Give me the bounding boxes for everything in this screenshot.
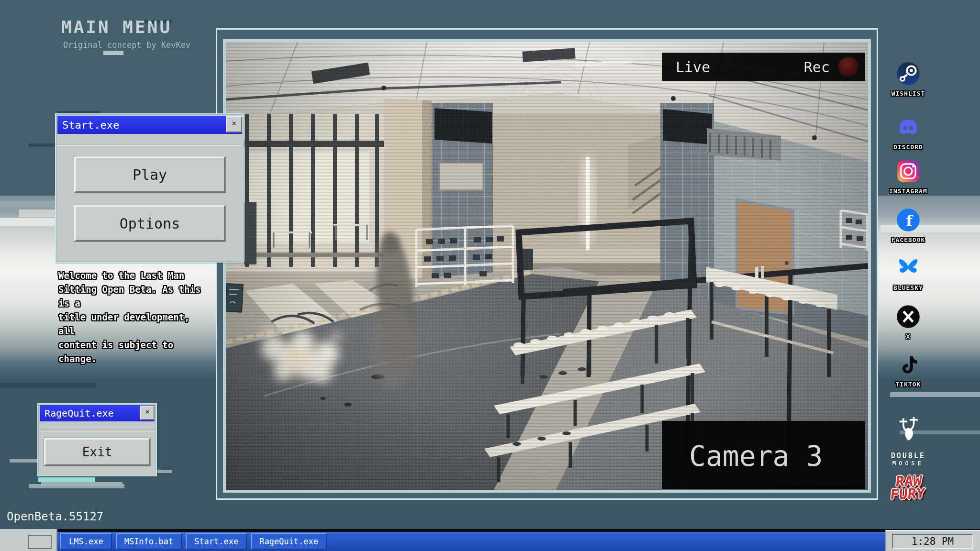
taskbar-clock-tray: 1:28 PM xyxy=(885,530,980,551)
sidebar-item-label: X xyxy=(883,333,933,340)
welcome-text: Welcome to the Last Man Sitting Open Bet… xyxy=(58,269,212,366)
cloud-pixel xyxy=(0,383,96,388)
taskbar-item-msinfo[interactable]: MSInfo.bat xyxy=(116,533,182,550)
facebook-icon: f xyxy=(896,208,921,232)
desktop: MAIN MENU Original concept by KevKev xyxy=(0,0,980,551)
window-shadow-strip xyxy=(41,482,122,486)
sidebar-item-discord[interactable]: DISCORD xyxy=(883,115,933,151)
welcome-line: content is subject to change. xyxy=(58,338,212,366)
sidebar-item-steam-wishlist[interactable]: WISHLIST xyxy=(883,61,933,97)
sidebar-item-label: INSTAGRAM xyxy=(883,187,933,195)
publisher-double-moose[interactable]: DOUBLE MOOSE xyxy=(883,417,933,467)
start-window: Start.exe × Play Options xyxy=(55,113,245,263)
sidebar-item-label: TIKTOK xyxy=(883,381,933,388)
ragequit-window-close-icon[interactable]: × xyxy=(140,406,155,420)
svg-text:f: f xyxy=(906,211,913,230)
rec-label: Rec xyxy=(804,59,830,76)
sidebar-item-label: BLUESKY xyxy=(883,284,933,291)
start-window-close-icon[interactable]: × xyxy=(226,116,242,132)
sidebar-item-tiktok[interactable]: TIKTOK xyxy=(883,352,933,388)
sidebar-item-label: DISCORD xyxy=(883,143,933,151)
exit-button[interactable]: Exit xyxy=(44,438,150,466)
taskbar-item-ragequit[interactable]: RageQuit.exe xyxy=(251,533,327,550)
social-sidebar: WISHLIST DISCORD xyxy=(883,0,933,551)
page-subtitle: Original concept by KevKev xyxy=(63,40,190,50)
double-moose-label-2: MOOSE xyxy=(883,460,933,467)
live-label: Live xyxy=(676,59,710,76)
sidebar-item-label: FACEBOOK xyxy=(883,236,933,243)
double-moose-label-1: DOUBLE xyxy=(883,452,933,460)
steam-icon xyxy=(896,61,921,86)
build-version-label: OpenBeta.55127 xyxy=(7,510,103,523)
welcome-line: title under development, all xyxy=(58,310,212,338)
camera-name-label: Camera 3 xyxy=(662,421,865,489)
taskbar-items: LMS.exe MSInfo.bat Start.exe RageQuit.ex… xyxy=(60,533,327,550)
rec-indicator-icon xyxy=(838,57,858,77)
start-window-title: Start.exe xyxy=(62,119,119,131)
decorative-strip xyxy=(103,51,123,55)
x-icon xyxy=(896,304,921,329)
taskbar-start-slot[interactable] xyxy=(28,535,52,549)
publisher-raw-fury[interactable]: RAW FURY xyxy=(885,474,931,501)
options-button[interactable]: Options xyxy=(74,205,225,242)
camera-video-feed: Live Rec Camera 3 xyxy=(226,42,868,490)
sidebar-item-facebook[interactable]: f FACEBOOK xyxy=(883,208,933,243)
sidebar-item-instagram[interactable]: INSTAGRAM xyxy=(883,159,933,195)
start-window-titlebar[interactable]: Start.exe xyxy=(57,116,242,134)
taskbar-item-lms[interactable]: LMS.exe xyxy=(60,533,112,550)
taskbar-item-start[interactable]: Start.exe xyxy=(186,533,247,550)
double-moose-icon xyxy=(893,417,924,451)
discord-icon xyxy=(896,115,921,140)
ragequit-window-title: RageQuit.exe xyxy=(45,408,114,419)
instagram-icon xyxy=(896,159,921,184)
raw-fury-label-2: FURY xyxy=(885,486,930,501)
sidebar-item-x[interactable]: X xyxy=(883,304,933,340)
tiktok-icon xyxy=(896,352,921,377)
welcome-line: Welcome to the Last Man xyxy=(58,269,212,283)
live-rec-bar: Live Rec xyxy=(662,53,865,81)
camera-window: Live Rec Camera 3 xyxy=(216,28,878,500)
ragequit-window-titlebar[interactable]: RageQuit.exe xyxy=(40,405,155,421)
taskbar-clock[interactable]: 1:28 PM xyxy=(892,534,973,549)
window-shadow-strip xyxy=(38,477,95,482)
sidebar-item-label: WISHLIST xyxy=(883,90,933,97)
camera-bezel: Live Rec Camera 3 xyxy=(223,39,871,493)
ragequit-window: RageQuit.exe × Exit xyxy=(37,403,157,476)
play-button[interactable]: Play xyxy=(74,156,225,193)
taskbar-left-tray xyxy=(0,529,57,551)
bluesky-icon xyxy=(896,255,921,280)
welcome-line: Sitting Open Beta. As this is a xyxy=(58,283,212,310)
taskbar: LMS.exe MSInfo.bat Start.exe RageQuit.ex… xyxy=(0,529,980,551)
page-title: MAIN MENU xyxy=(61,17,172,37)
sidebar-item-bluesky[interactable]: BLUESKY xyxy=(883,255,933,291)
